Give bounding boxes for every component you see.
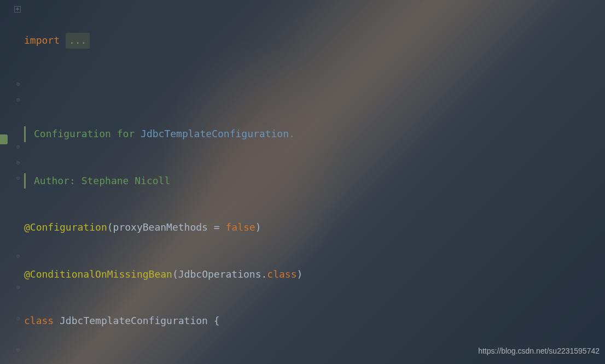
javadoc-text: Configuration for: [34, 126, 141, 142]
javadoc-line: Configuration for JdbcTemplateConfigurat…: [24, 126, 605, 142]
fold-collapse-icon[interactable]: ⊖: [0, 150, 24, 166]
class-name: JdbcTemplateConfiguration: [60, 313, 214, 329]
fold-collapse-icon[interactable]: ⊖: [0, 166, 24, 181]
fold-expand-icon[interactable]: +: [0, 2, 24, 17]
fold-collapse-icon[interactable]: ⊖: [0, 72, 24, 87]
code-line-class-decl: class JdbcTemplateConfiguration {: [24, 313, 605, 329]
code-line-annotation: @Configuration(proxyBeanMethods = false): [24, 220, 605, 236]
folded-imports[interactable]: ...: [66, 33, 90, 49]
code-line-import: import ...: [24, 33, 605, 49]
fold-collapse-icon[interactable]: ⊖: [0, 87, 24, 103]
keyword-false: false: [225, 220, 255, 236]
watermark-text: https://blog.csdn.net/su2231595742: [478, 343, 600, 359]
fold-collapse-icon[interactable]: ⊖: [0, 244, 24, 260]
keyword-class: class: [267, 267, 296, 283]
fold-close-icon[interactable]: ⊖: [0, 306, 24, 322]
javadoc-author: Author: Stephane Nicoll: [34, 173, 170, 189]
code-editor-area[interactable]: import ... Configuration for JdbcTemplat…: [24, 0, 605, 364]
javadoc-line: Author: Stephane Nicoll: [24, 173, 605, 189]
annotation-configuration: @Configuration: [24, 220, 107, 236]
fold-close-icon[interactable]: ⊖: [0, 337, 24, 353]
annotation-conditional: @ConditionalOnMissingBean: [24, 267, 172, 283]
javadoc-link[interactable]: JdbcTemplateConfiguration: [141, 126, 289, 142]
keyword-import: import: [24, 33, 60, 49]
fold-collapse-icon[interactable]: ⊖: [0, 134, 24, 150]
keyword-class: class: [24, 313, 60, 329]
attr-proxy: proxyBeanMethods =: [113, 220, 226, 236]
fold-close-icon[interactable]: ⊖: [0, 275, 24, 291]
code-line-annotation: @ConditionalOnMissingBean(JdbcOperations…: [24, 267, 605, 283]
editor-gutter: + ⊖ ⊖ ⊖ ⊖ ⊖ ⊖ ⊖ ⊖ ⊖: [0, 0, 24, 364]
